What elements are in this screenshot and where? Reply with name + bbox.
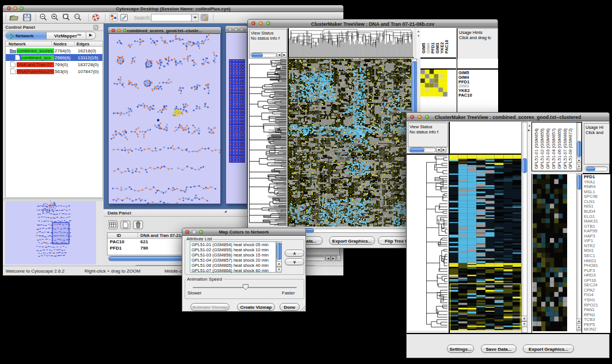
svg-text:Search:: Search:: [134, 15, 151, 21]
svg-text:1:1: 1:1: [75, 16, 78, 18]
